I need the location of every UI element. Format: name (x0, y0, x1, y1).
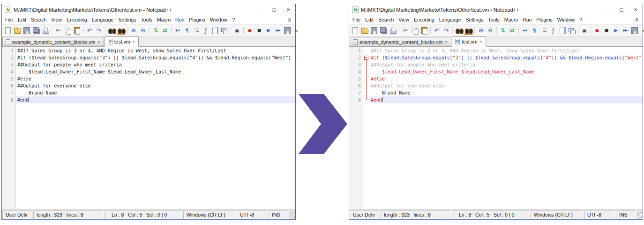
resize-grip[interactable] (289, 210, 295, 219)
print-icon[interactable] (41, 26, 50, 35)
sync-horizontal-scroll-icon[interactable]: ⇄ (161, 26, 169, 35)
undo-icon[interactable]: ↶ (85, 26, 94, 35)
menu-item-settings[interactable]: Settings (463, 16, 486, 23)
find-icon[interactable] (107, 26, 116, 35)
menu-item-macro[interactable]: Macro (502, 16, 520, 23)
maximize-button[interactable]: □ (267, 4, 281, 15)
document-map-icon[interactable] (558, 26, 567, 35)
macro-stop-icon[interactable]: ■ (255, 26, 263, 35)
document-map-icon[interactable] (211, 26, 219, 35)
redo-icon[interactable]: ↷ (95, 26, 103, 35)
resize-grip[interactable] (637, 210, 642, 219)
menu-item-macro[interactable]: Macro (155, 16, 173, 23)
menu-item-view[interactable]: View (396, 16, 412, 23)
function-list-icon[interactable]: ƒ (549, 26, 557, 35)
menu-item-run[interactable]: Run (173, 16, 187, 23)
close-button[interactable]: × (281, 4, 295, 15)
macro-stop-icon[interactable]: ■ (602, 26, 611, 35)
menu-item-run[interactable]: Run (520, 16, 534, 23)
zoom-out-icon[interactable]: ⊖ (139, 26, 147, 35)
menu-item-window[interactable]: Window (555, 16, 577, 23)
zoom-in-icon[interactable]: ⊕ (477, 26, 485, 35)
minimize-button[interactable]: – (600, 4, 614, 15)
minimize-button[interactable]: – (253, 4, 267, 15)
toolbar-overflow-icon[interactable]: » (292, 26, 300, 35)
undo-icon[interactable]: ↶ (433, 26, 441, 35)
title-bar[interactable]: M:\MKT\Digital Marketing\Marketo\Tokens\… (2, 4, 295, 15)
menu-item-help[interactable]: ? (230, 16, 237, 23)
fold-collapse-box-icon[interactable] (364, 56, 368, 60)
new-file-icon[interactable] (351, 26, 359, 35)
doc-switcher-icon[interactable] (568, 26, 576, 35)
macro-play-icon[interactable]: ▶ (612, 26, 620, 35)
macro-run-multiple-icon[interactable]: ▶▶ (621, 26, 629, 35)
status-insert-mode[interactable]: INS (616, 210, 636, 219)
tab-example-dynamic-content-blocks-vm[interactable]: example_dynamic_content_blocks.vm× (350, 37, 451, 46)
menu-item-file[interactable]: File (350, 16, 363, 23)
tab-close-icon[interactable]: × (444, 40, 448, 44)
zoom-in-icon[interactable]: ⊕ (129, 26, 138, 35)
zoom-out-icon[interactable]: ⊖ (486, 26, 494, 35)
status-eol-format[interactable]: Windows (CR LF) (183, 210, 236, 219)
macro-play-icon[interactable]: ▶ (264, 26, 273, 35)
paste-icon[interactable] (73, 26, 81, 35)
sync-horizontal-scroll-icon[interactable]: ⇄ (508, 26, 517, 35)
menu-item-file[interactable]: File (3, 16, 15, 23)
menu-item-encoding[interactable]: Encoding (412, 16, 437, 23)
fold-margin[interactable] (363, 47, 369, 209)
menu-item-language[interactable]: Language (90, 16, 116, 23)
save-icon[interactable] (22, 26, 31, 35)
open-file-icon[interactable] (360, 26, 369, 35)
redo-icon[interactable]: ↷ (442, 26, 450, 35)
show-all-characters-icon[interactable]: ¶ (183, 26, 191, 35)
save-all-icon[interactable] (379, 26, 388, 35)
cut-icon[interactable]: ✂ (54, 26, 62, 35)
status-insert-mode[interactable]: INS (269, 210, 288, 219)
tab-close-icon[interactable]: × (132, 39, 135, 44)
macro-record-icon[interactable]: ● (593, 26, 601, 35)
tab-test-vm[interactable]: test.vm× (452, 36, 486, 47)
open-file-icon[interactable] (13, 26, 22, 35)
maximize-button[interactable]: □ (614, 4, 629, 15)
sync-vertical-scroll-icon[interactable]: ⇅ (499, 26, 507, 35)
menu-item-encoding[interactable]: Encoding (64, 16, 90, 23)
copy-icon[interactable] (63, 26, 72, 35)
status-encoding[interactable]: UTF-8 (584, 210, 615, 219)
close-button[interactable]: × (629, 4, 643, 15)
menu-item-edit[interactable]: Edit (363, 16, 376, 23)
tab-close-icon[interactable]: × (97, 40, 100, 44)
replace-icon[interactable] (464, 26, 472, 35)
word-wrap-icon[interactable]: ↩ (521, 26, 529, 35)
save-icon[interactable] (370, 26, 378, 35)
menu-item-search[interactable]: Search (376, 16, 396, 23)
editor-area[interactable]: 12345678 ##If Sales Group is 3 or 4, AND… (2, 47, 295, 209)
monitoring-icon[interactable]: ◉ (580, 26, 589, 35)
macro-run-multiple-icon[interactable]: ▶▶ (274, 26, 282, 35)
menu-item-language[interactable]: Language (437, 16, 464, 23)
menu-item-help[interactable]: ? (577, 16, 584, 23)
sync-vertical-scroll-icon[interactable]: ⇅ (151, 26, 160, 35)
new-file-icon[interactable] (4, 26, 12, 35)
function-list-icon[interactable]: ƒ (202, 26, 210, 35)
menu-item-search[interactable]: Search (29, 16, 49, 23)
tab-close-icon[interactable]: × (479, 39, 483, 44)
indent-guide-icon[interactable] (192, 26, 201, 35)
indent-guide-icon[interactable] (539, 26, 548, 35)
save-all-icon[interactable] (32, 26, 40, 35)
menu-item-view[interactable]: View (49, 16, 64, 23)
word-wrap-icon[interactable]: ↩ (173, 26, 182, 35)
monitoring-icon[interactable]: ◉ (233, 26, 241, 35)
copy-icon[interactable] (411, 26, 419, 35)
menu-item-plugins[interactable]: Plugins (187, 16, 207, 23)
menu-item-window[interactable]: Window (208, 16, 230, 23)
replace-icon[interactable] (117, 26, 125, 35)
menu-item-tools[interactable]: Tools (486, 16, 502, 23)
find-icon[interactable] (455, 26, 463, 35)
menu-item-tools[interactable]: Tools (138, 16, 155, 23)
macro-save-icon[interactable] (630, 26, 639, 35)
menu-item-edit[interactable]: Edit (15, 16, 29, 23)
cut-icon[interactable]: ✂ (401, 26, 410, 35)
editor-area[interactable]: 12345678 ##If Sales Group is 3 or 4, AND… (349, 47, 643, 209)
print-icon[interactable] (389, 26, 397, 35)
tab-test-vm[interactable]: test.vm× (105, 36, 139, 47)
